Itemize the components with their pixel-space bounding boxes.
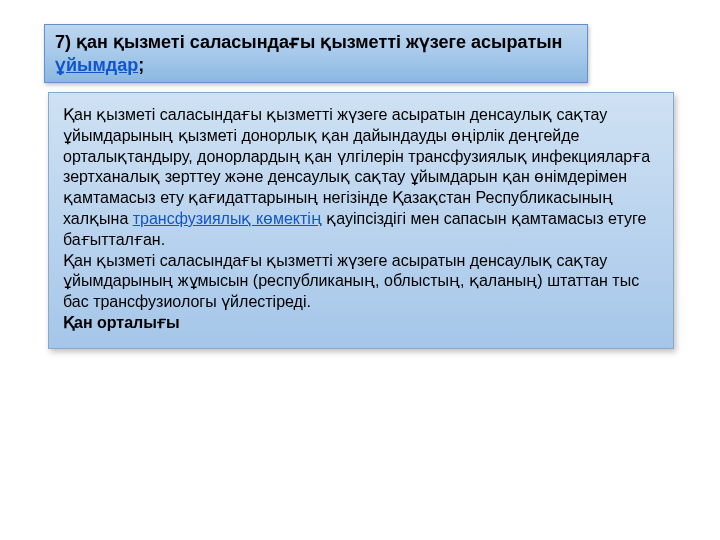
- body-link[interactable]: трансфузиялық көмектің: [133, 210, 322, 227]
- slide: 7) қан қызметi саласындағы қызметтi жүзе…: [0, 0, 720, 540]
- body-paragraph-1: Қан қызметi саласындағы қызметтi жүзеге …: [63, 105, 659, 251]
- heading-text-post: ;: [138, 55, 144, 75]
- heading-text-pre: 7) қан қызметi саласындағы қызметтi жүзе…: [55, 32, 562, 52]
- body-p1-pre: Қан қызметi саласындағы қызметтi жүзеге …: [63, 106, 650, 227]
- body-paragraph-3: Қан орталығы: [63, 313, 659, 334]
- heading-box: 7) қан қызметi саласындағы қызметтi жүзе…: [44, 24, 588, 83]
- heading-link[interactable]: ұйымдар: [55, 55, 138, 75]
- body-paragraph-2: Қан қызметi саласындағы қызметтi жүзеге …: [63, 251, 659, 313]
- body-box: Қан қызметi саласындағы қызметтi жүзеге …: [48, 92, 674, 349]
